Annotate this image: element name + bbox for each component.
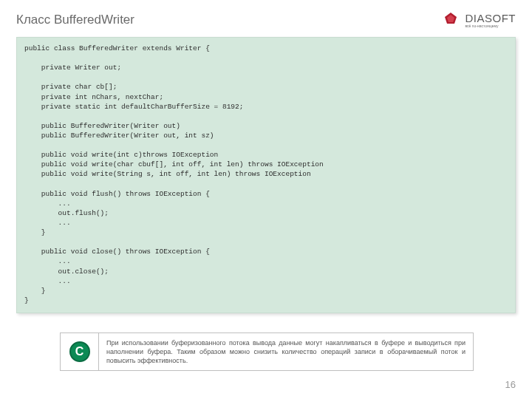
header: Класс BufferedWriter DIASOFT всё по-наст… (16, 10, 516, 30)
page-title: Класс BufferedWriter (16, 13, 134, 27)
brand-tagline: всё по-настоящему (465, 24, 498, 28)
page-number: 16 (505, 379, 516, 390)
diasoft-logo-icon (441, 10, 460, 30)
code-content: public class BufferedWriter extends Writ… (24, 44, 508, 305)
note-badge-icon: C (69, 341, 90, 362)
code-block: public class BufferedWriter extends Writ… (16, 37, 516, 313)
brand-logo: DIASOFT всё по-настоящему (441, 10, 516, 30)
note-text: При использовании буферизованного потока… (99, 333, 473, 370)
note-badge-cell: C (61, 333, 99, 370)
brand-name: DIASOFT (465, 12, 516, 24)
note-box: C При использовании буферизованного пото… (60, 332, 474, 371)
